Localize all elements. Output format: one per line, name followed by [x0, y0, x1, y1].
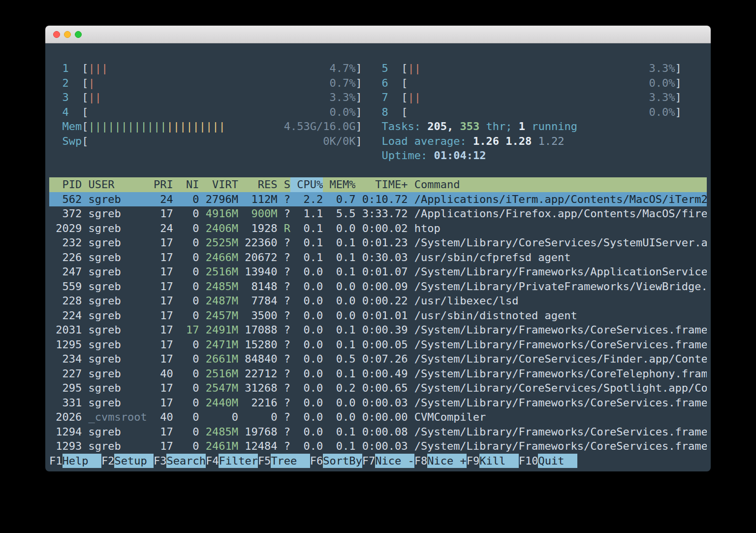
cell-user: sgreb [82, 207, 154, 220]
process-row[interactable]: 224sgreb1702457M3500?0.00.00:01.01/usr/s… [49, 308, 707, 323]
cell-pri: 24 [154, 222, 173, 234]
process-row[interactable]: 234sgreb1702661M84840?0.00.50:07.26/Syst… [49, 352, 707, 366]
column-header-cmd[interactable]: Command [408, 178, 707, 191]
minimize-button[interactable] [64, 31, 71, 38]
meter-body: 0.0% [408, 106, 675, 118]
cell-mem: 0.1 [323, 236, 355, 249]
cell-mem: 0.0 [323, 222, 355, 234]
htop-terminal[interactable]: 1[|||4.7%]2[|0.7%]3[||3.3%]4[0.0%]Mem[||… [45, 43, 711, 471]
fn-label-f8[interactable]: Nice + [427, 454, 466, 468]
column-header-cpu[interactable]: CPU% [290, 177, 323, 192]
fn-key-f6[interactable]: F6 [310, 455, 323, 467]
column-header-pid[interactable]: PID [49, 178, 82, 191]
meter-body: |||||||||||||||||||||4.53G/16.0G [88, 120, 355, 133]
cell-pid: 562 [49, 193, 82, 205]
window-titlebar[interactable] [45, 26, 711, 43]
cell-time: 0:30.03 [355, 251, 408, 264]
meter-bracket-open-icon: [ [401, 62, 408, 74]
process-row[interactable]: 295sgreb1702547M31268?0.00.20:00.65/Syst… [49, 381, 707, 396]
fn-label-f1[interactable]: Help [63, 454, 101, 468]
fn-label-f9[interactable]: Kill [479, 454, 518, 468]
column-header-user[interactable]: USER [82, 178, 154, 191]
fn-label-f10[interactable]: Quit [538, 454, 577, 468]
fn-key-f10[interactable]: F10 [519, 455, 538, 467]
meter-label: 4 [62, 106, 82, 118]
process-row[interactable]: 247sgreb1702516M13940?0.00.10:01.07/Syst… [49, 265, 707, 279]
meter-bracket-open-icon: [ [401, 106, 408, 118]
text-segment: 205, [427, 120, 460, 133]
swap-meter-value: 0K/0K [323, 135, 355, 147]
process-row[interactable]: 232sgreb1702525M22360?0.10.10:01.23/Syst… [49, 235, 707, 250]
cell-cmd: /System/Library/CoreServices/Finder.app/… [408, 353, 707, 365]
cell-pri: 17 [154, 251, 173, 264]
process-row[interactable]: 372sgreb1704916M900M?1.15.53:33.72/Appli… [49, 206, 707, 221]
fn-key-f7[interactable]: F7 [362, 455, 376, 467]
cell-ni: 0 [173, 280, 199, 293]
cpu-meter-value: 3.3% [649, 91, 675, 103]
process-row[interactable]: 227sgreb4002516M22712?0.00.10:00.49/Syst… [49, 366, 707, 381]
process-row[interactable]: 2029sgreb2402406M1928R0.10.00:00.02htop [49, 221, 707, 236]
process-row[interactable]: 228sgreb1702487M7784?0.00.00:00.22/usr/l… [49, 294, 707, 308]
fn-key-f4[interactable]: F4 [206, 455, 219, 467]
fn-key-f8[interactable]: F8 [414, 455, 428, 467]
text-segment: 1.22 [538, 135, 564, 147]
cell-virt: 2796M [199, 193, 238, 205]
process-row[interactable]: 331sgreb1702440M2216?0.00.00:00.03/Syste… [49, 396, 707, 410]
cell-virt: 2516M [199, 266, 238, 278]
column-header-pri[interactable]: PRI [154, 178, 173, 191]
cell-virt: 2466M [199, 251, 238, 264]
fn-key-f9[interactable]: F9 [467, 455, 480, 467]
cell-res: 3500 [238, 309, 277, 322]
zoom-button[interactable] [75, 31, 82, 38]
cell-virt: 2461M [199, 440, 238, 452]
cell-virt: 4916M [199, 207, 238, 220]
cell-cpu: 0.0 [290, 426, 323, 438]
fn-key-f2[interactable]: F2 [101, 455, 115, 467]
cpu-meter-7: 7[||3.3%] [381, 90, 681, 105]
cell-pid: 2026 [49, 411, 82, 423]
process-row[interactable]: 2031sgreb17172491M17088?0.00.10:00.39/Sy… [49, 323, 707, 337]
fn-key-f3[interactable]: F3 [154, 455, 167, 467]
cell-virt: 2485M [199, 280, 238, 293]
fn-key-f1[interactable]: F1 [49, 455, 63, 467]
cell-pid: 226 [49, 251, 82, 264]
fn-label-f2[interactable]: Setup [114, 454, 153, 468]
text-segment: running [532, 120, 577, 133]
column-header-ni[interactable]: NI [173, 178, 199, 191]
column-header-virt[interactable]: VIRT [199, 178, 238, 191]
process-row[interactable]: 1294sgreb1702485M19768?0.00.10:00.08/Sys… [49, 425, 707, 439]
fn-label-f4[interactable]: Filter [219, 454, 257, 468]
process-row[interactable]: 1293sgreb1702461M12484?0.00.10:00.03/Sys… [49, 439, 707, 454]
meter-bracket-close-icon: ] [675, 91, 682, 103]
cell-pid: 232 [49, 236, 82, 249]
cell-cmd: /System/Library/Frameworks/CoreServices.… [408, 440, 707, 452]
meters-right-column: 5[||3.3%]6[0.0%]7[||3.3%]8[0.0%]Tasks: 2… [381, 61, 681, 163]
cell-mem: 0.0 [323, 280, 355, 293]
cell-virt: 2525M [199, 236, 238, 249]
mem-used-bars: |||||||||||| [88, 120, 166, 133]
cell-time: 0:07.26 [355, 353, 408, 365]
fn-label-f3[interactable]: Search [166, 454, 205, 468]
close-button[interactable] [53, 31, 60, 38]
column-header-mem[interactable]: MEM% [323, 178, 355, 191]
cell-virt: 2491M [199, 324, 238, 336]
fn-key-f5[interactable]: F5 [258, 455, 271, 467]
process-row[interactable]: 559sgreb1702485M8148?0.00.00:00.09/Syste… [49, 279, 707, 294]
table-header-row: PIDUSERPRINIVIRTRESSCPU%MEM%TIME+Command [49, 177, 707, 192]
cell-pri: 17 [154, 324, 173, 336]
meter-label: 2 [62, 77, 82, 89]
column-header-s[interactable]: S [278, 178, 290, 191]
process-row[interactable]: 1295sgreb1702471M15280?0.00.10:00.05/Sys… [49, 337, 707, 352]
column-header-time[interactable]: TIME+ [355, 178, 408, 191]
cell-res: 8148 [238, 280, 277, 293]
meter-bracket-close-icon: ] [675, 106, 682, 118]
process-row-selected[interactable]: 562sgreb2402796M112M?2.20.70:10.72/Appli… [49, 192, 707, 207]
fn-label-f5[interactable]: Tree [271, 454, 310, 468]
meter-bracket-open-icon: [ [401, 91, 408, 103]
fn-label-f6[interactable]: SortBy [323, 454, 362, 468]
process-row[interactable]: 2026_cvmsroot40000?0.00.00:00.00CVMCompi… [49, 410, 707, 425]
process-row[interactable]: 226sgreb1702466M20672?0.10.10:30.03/usr/… [49, 250, 707, 265]
column-header-res[interactable]: RES [238, 178, 277, 191]
cpu-meter-value: 0.7% [330, 77, 356, 89]
fn-label-f7[interactable]: Nice - [375, 454, 414, 468]
